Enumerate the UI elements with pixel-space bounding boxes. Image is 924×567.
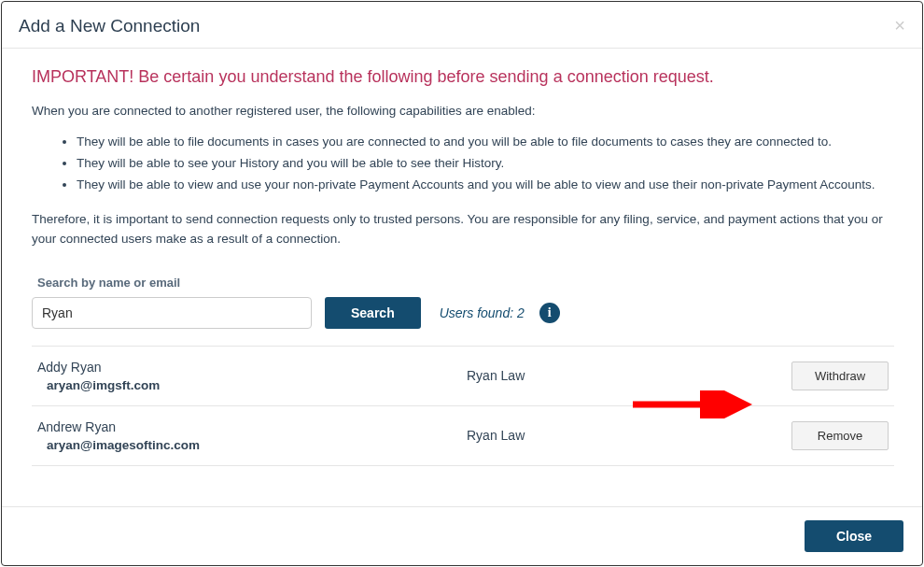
search-row: Search Users found: 2 i [32, 297, 894, 329]
therefore-text: Therefore, it is important to send conne… [32, 210, 894, 249]
result-user-cell: Andrew Ryan aryan@imagesoftinc.com [37, 419, 467, 452]
important-heading: IMPORTANT! Be certain you understand the… [32, 67, 894, 87]
result-email: aryan@imgsft.com [47, 378, 467, 392]
results-table: Addy Ryan aryan@imgsft.com Ryan Law With… [32, 346, 894, 466]
result-org: Ryan Law [467, 368, 777, 383]
modal-title: Add a New Connection [19, 16, 200, 36]
capability-item: They will be able to see your History an… [77, 154, 894, 174]
search-input[interactable] [32, 297, 312, 329]
intro-text: When you are connected to another regist… [32, 104, 894, 118]
result-row: Addy Ryan aryan@imgsft.com Ryan Law With… [32, 347, 894, 406]
result-name: Andrew Ryan [37, 419, 467, 434]
withdraw-button[interactable]: Withdraw [791, 361, 889, 390]
modal-footer: Close [2, 506, 922, 565]
add-connection-modal: Add a New Connection × IMPORTANT! Be cer… [1, 1, 923, 566]
modal-body: IMPORTANT! Be certain you understand the… [2, 49, 922, 506]
result-email: aryan@imagesoftinc.com [47, 438, 467, 452]
users-found-text: Users found: 2 [440, 305, 525, 320]
capability-list: They will be able to file documents in c… [32, 133, 894, 195]
result-org: Ryan Law [467, 428, 777, 443]
close-button[interactable]: Close [805, 520, 903, 552]
search-label: Search by name or email [37, 276, 894, 290]
info-icon[interactable]: i [539, 303, 560, 323]
remove-button[interactable]: Remove [791, 421, 889, 450]
result-action-cell: Withdraw [777, 361, 889, 390]
modal-header: Add a New Connection × [2, 2, 922, 49]
close-icon[interactable]: × [894, 15, 905, 36]
result-row: Andrew Ryan aryan@imagesoftinc.com Ryan … [32, 406, 894, 466]
capability-item: They will be able to view and use your n… [77, 176, 894, 195]
result-name: Addy Ryan [37, 360, 467, 375]
capability-item: They will be able to file documents in c… [77, 133, 894, 152]
search-button[interactable]: Search [325, 297, 421, 329]
result-user-cell: Addy Ryan aryan@imgsft.com [37, 360, 467, 392]
result-action-cell: Remove [777, 421, 889, 450]
